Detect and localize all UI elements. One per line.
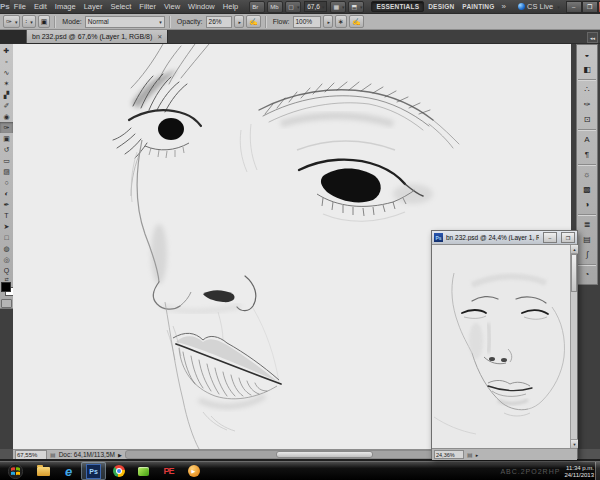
floating-minimize-button[interactable]: – <box>543 232 557 243</box>
scrollbar-thumb[interactable] <box>571 254 577 292</box>
brush-size-icon: ∶ <box>25 18 27 26</box>
scroll-down-icon[interactable]: ▼ <box>571 439 578 448</box>
menu-select[interactable]: Select <box>106 2 135 11</box>
taskbar-green-app-button[interactable] <box>131 462 156 480</box>
launch-mini-bridge-button[interactable]: Mb <box>267 1 283 13</box>
flow-field[interactable]: 100% <box>293 16 321 28</box>
workspace-painting[interactable]: PAINTING <box>458 2 498 11</box>
screen-mode-button[interactable]: ⬒▾ <box>348 1 364 13</box>
zoom-tool[interactable]: Q <box>0 265 13 276</box>
menu-filter[interactable]: Filter <box>135 2 160 11</box>
eraser-tool[interactable]: ▭ <box>0 155 13 166</box>
opacity-pressure-button[interactable]: ✍ <box>246 15 261 28</box>
flow-label: Flow: <box>273 18 290 25</box>
taskbar-media-player-button[interactable]: ▶ <box>181 462 206 480</box>
3d-object-rotate-tool[interactable]: ◍ <box>0 243 13 254</box>
dodge-tool[interactable]: ◐ <box>0 188 13 199</box>
flow-stepper[interactable]: ▸ <box>323 15 334 28</box>
close-tab-icon[interactable]: ✕ <box>157 33 162 40</box>
size-pressure-button[interactable]: ✍ <box>349 15 364 28</box>
paragraph-panel-icon[interactable]: ¶ <box>577 147 597 162</box>
brush-tool[interactable]: ✑ <box>0 122 13 133</box>
foreground-color-swatch[interactable] <box>1 282 11 292</box>
zoom-level-field[interactable]: 67,6▾ <box>304 1 327 12</box>
airbrush-button[interactable]: ∗ <box>335 15 347 28</box>
rectangular-marquee-tool[interactable]: ▫ <box>0 56 13 67</box>
brush-preset-picker[interactable]: ✑▾ <box>3 15 20 28</box>
workspace-essentials[interactable]: ESSENTIALS <box>371 1 424 12</box>
menu-edit[interactable]: Edit <box>30 2 51 11</box>
cs-live-button[interactable]: CS Live ▾ <box>515 2 563 11</box>
toggle-brush-panel-button[interactable]: ▣ <box>38 15 51 28</box>
quick-mask-button[interactable] <box>1 299 12 308</box>
channels-panel-icon[interactable]: ▤ <box>577 232 597 247</box>
status-options-arrow[interactable]: ▶ <box>118 452 122 458</box>
status-zoom-field[interactable]: 67,55% <box>15 450 47 460</box>
workspace-overflow-button[interactable]: » <box>499 2 509 11</box>
taskbar-photoshop-button[interactable]: Ps <box>81 462 106 480</box>
brush-panel-icon[interactable]: ✑ <box>577 97 597 112</box>
styles-panel-icon[interactable]: ◑ <box>577 197 597 212</box>
blur-tool[interactable]: ○ <box>0 177 13 188</box>
quick-selection-tool[interactable]: ✶ <box>0 78 13 89</box>
history-panel-icon[interactable]: ◔ <box>577 267 597 282</box>
arrange-documents-button[interactable]: ▦▾ <box>330 1 346 13</box>
clone-stamp-tool[interactable]: ▣ <box>0 133 13 144</box>
status-options-arrow[interactable]: ▸ <box>476 452 479 458</box>
opacity-stepper[interactable]: ▸ <box>234 15 245 28</box>
crop-tool[interactable]: ▞ <box>0 89 13 100</box>
workspace-design[interactable]: DESIGN <box>424 2 458 11</box>
layers-panel-icon[interactable]: ≣ <box>577 217 597 232</box>
type-tool[interactable]: T <box>0 210 13 221</box>
launch-bridge-button[interactable]: Br <box>249 1 265 13</box>
taskbar-explorer-button[interactable] <box>31 462 56 480</box>
floating-canvas[interactable]: ▲ ▼ <box>432 245 577 448</box>
menu-layer[interactable]: Layer <box>80 2 107 11</box>
start-button[interactable] <box>3 462 28 480</box>
show-desktop-button[interactable] <box>595 462 600 480</box>
masks-panel-icon[interactable]: ▩ <box>577 182 597 197</box>
path-selection-tool[interactable]: ➤ <box>0 221 13 232</box>
menu-help[interactable]: Help <box>219 2 242 11</box>
menu-image[interactable]: Image <box>51 2 80 11</box>
floating-document-window[interactable]: Ps bn 232.psd @ 24,4% (Layer 1, RGB/8) –… <box>431 230 578 459</box>
floating-vertical-scrollbar[interactable]: ▲ ▼ <box>570 245 577 448</box>
taskbar-pe-app-button[interactable]: PE <box>156 462 181 480</box>
menu-view[interactable]: View <box>160 2 184 11</box>
restore-button[interactable]: ❐ <box>582 1 598 13</box>
move-tool[interactable]: ✚ <box>0 45 13 56</box>
paths-panel-icon[interactable]: ∫ <box>577 247 597 262</box>
rectangle-tool[interactable]: □ <box>0 232 13 243</box>
clone-source-panel-icon[interactable]: ⊡ <box>577 112 597 127</box>
taskbar-internet-explorer-button[interactable]: e <box>56 462 81 480</box>
3d-camera-rotate-tool[interactable]: ◎ <box>0 254 13 265</box>
eyedropper-tool[interactable]: ✐ <box>0 100 13 111</box>
taskbar-clock[interactable]: 11:34 p.m. 24/11/2013 <box>564 465 594 479</box>
swatches-panel-icon[interactable]: ◧ <box>577 62 597 77</box>
color-panel-icon[interactable]: ◒ <box>577 47 597 62</box>
spot-healing-brush-tool[interactable]: ◉ <box>0 111 13 122</box>
pen-tool[interactable]: ✒ <box>0 199 13 210</box>
brush-size-picker[interactable]: ∶▾ <box>22 15 35 28</box>
gradient-tool[interactable]: ▨ <box>0 166 13 177</box>
scroll-up-icon[interactable]: ▲ <box>571 245 578 254</box>
document-tab[interactable]: bn 232.psd @ 67,6% (Layer 1, RGB/8) ✕ <box>27 30 168 43</box>
floating-zoom-field[interactable]: 24,36% <box>434 450 464 459</box>
floating-window-titlebar[interactable]: Ps bn 232.psd @ 24,4% (Layer 1, RGB/8) –… <box>432 231 577 245</box>
character-panel-icon[interactable]: A <box>577 132 597 147</box>
menu-file[interactable]: File <box>10 2 30 11</box>
adjustments-panel-icon[interactable]: ☼ <box>577 167 597 182</box>
lasso-tool[interactable]: ∿ <box>0 67 13 78</box>
view-extras-button[interactable]: ▢▾ <box>285 1 301 13</box>
minimize-button[interactable]: – <box>566 1 582 13</box>
collapse-panels-button[interactable]: ◂◂ <box>587 32 598 43</box>
history-brush-tool[interactable]: ↺ <box>0 144 13 155</box>
brush-presets-panel-icon[interactable]: ∴ <box>577 82 597 97</box>
scrollbar-thumb[interactable] <box>276 451 373 458</box>
workspace-switcher: ESSENTIALSDESIGNPAINTING <box>371 1 498 12</box>
menu-window[interactable]: Window <box>184 2 219 11</box>
taskbar-chrome-button[interactable] <box>106 462 131 480</box>
blend-mode-select[interactable]: Normal▾ <box>85 16 165 28</box>
opacity-field[interactable]: 26% <box>206 16 232 28</box>
floating-maximize-button[interactable]: ❐ <box>561 232 575 243</box>
